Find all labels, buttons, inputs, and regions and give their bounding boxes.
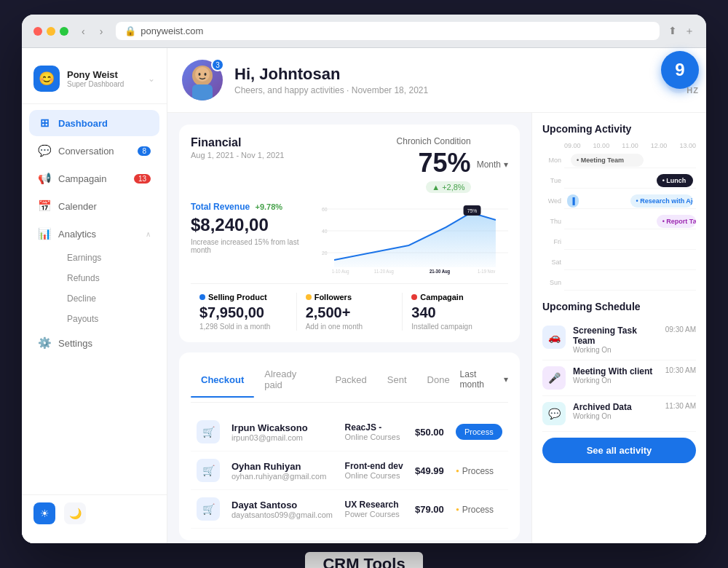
see-all-button[interactable]: See all activity (542, 438, 696, 463)
logo-number: 9 (661, 51, 699, 89)
stat-selling: Selling Product $7,950,00 1,298 Sold in … (191, 293, 297, 331)
sidebar-item-settings[interactable]: ⚙️ Settings (29, 330, 159, 356)
schedule-name-1: Meeting With client (573, 366, 658, 376)
schedule-item-2: 💬 Archived Data Working On 11:30 AM (542, 396, 696, 432)
tab-packed[interactable]: Packed (325, 370, 376, 390)
process-button[interactable]: Process (456, 424, 502, 440)
sidebar-item-decline[interactable]: Decline (58, 289, 159, 308)
sidebar-label-conversation: Conversation (58, 146, 114, 157)
revenue-sub: Increase increased 15% from last month (191, 238, 307, 254)
sidebar-label-earnings: Earnings (67, 253, 101, 263)
campaign-icon: 📢 (38, 172, 51, 185)
address-bar[interactable]: 🔒 ponyweist.com (116, 22, 660, 40)
stat-followers-label: Followers (306, 293, 394, 301)
svg-point-3 (199, 73, 201, 76)
forward-icon[interactable]: › (95, 24, 108, 39)
campaign-dot (411, 294, 417, 300)
sidebar-label-refunds: Refunds (67, 273, 100, 283)
product-name: ReacJS - (345, 422, 403, 433)
stat-selling-label: Selling Product (199, 293, 288, 301)
share-icon[interactable]: ⬆ (668, 25, 677, 38)
calendar-icon: 📅 (38, 200, 51, 213)
product-type: Online Courses (345, 433, 403, 441)
orders-period-label: Last month (460, 369, 501, 390)
dashboard-icon: ⊞ (38, 117, 51, 130)
logo-badge-area: 9 HZ (648, 51, 699, 95)
process-status: Process (456, 505, 494, 515)
sidebar-item-refunds[interactable]: Refunds (58, 269, 159, 288)
header-subtitle: Cheers, and happy activities · November … (234, 85, 654, 95)
sidebar-item-earnings[interactable]: Earnings (58, 248, 159, 267)
new-tab-icon[interactable]: ＋ (684, 25, 695, 38)
schedule-time-1: 10:30 AM (665, 366, 696, 374)
footer-title: CRM Tools (305, 552, 422, 568)
minimize-icon[interactable] (47, 27, 55, 36)
back-icon[interactable]: ‹ (77, 24, 90, 39)
sidebar-item-payouts[interactable]: Payouts (58, 309, 159, 328)
customer-avatar: 🛒 (197, 420, 220, 443)
sidebar: 😊 Pony Weist Super Dashboard ⌄ ⊞ Dashboa… (22, 48, 167, 543)
order-price: $49.99 (415, 465, 444, 476)
tab-sent[interactable]: Sent (377, 370, 417, 390)
sidebar-bottom: ☀ 🌙 (22, 494, 167, 532)
svg-text:11-20 Aug: 11-20 Aug (374, 269, 395, 275)
orders-period-select[interactable]: Last month ▾ (460, 369, 508, 390)
maximize-icon[interactable] (60, 27, 68, 36)
event-indicator: ▌ (567, 194, 579, 208)
calendar-row-mon: Mon • Meeting Team (542, 152, 696, 168)
condition-value: 75% (397, 148, 471, 178)
revenue-label: Total Revenue +9.78% (191, 202, 307, 212)
upcoming-activity-section: Upcoming Activity 09.00 10.00 11.00 12.0… (542, 123, 696, 291)
brand: 😊 Pony Weist Super Dashboard ⌄ (22, 60, 167, 104)
dark-theme-button[interactable]: 🌙 (64, 502, 86, 524)
calendar-row-thu: Thu • Report Ta... (542, 213, 696, 229)
right-panel: Upcoming Activity 09.00 10.00 11.00 12.0… (531, 113, 706, 543)
revenue-percent: +9.78% (255, 202, 282, 211)
browser-actions: ⬆ ＋ (668, 25, 695, 38)
tab-checkout[interactable]: Checkout (191, 370, 254, 390)
calendar-row-sat: Sat (542, 254, 696, 270)
up-arrow-icon: ▲ (432, 183, 440, 192)
sidebar-label-settings: Settings (58, 338, 92, 349)
brand-icon: 😊 (33, 66, 60, 92)
sidebar-label-decline: Decline (67, 293, 96, 304)
schedule-name-0: Screening Task Team (573, 326, 658, 346)
logo-hz: HZ (687, 86, 699, 95)
browser-nav: ‹ › (77, 24, 107, 39)
financial-title: Financial (191, 136, 284, 149)
nav-section: ⊞ Dashboard 💬 Conversation 8 📢 Campagain… (22, 110, 167, 494)
sidebar-label-dashboard: Dashboard (58, 118, 108, 129)
activity-calendar: 09.00 10.00 11.00 12.00 13.00 Mon (542, 142, 696, 291)
browser-chrome: ‹ › 🔒 ponyweist.com ⬆ ＋ (22, 15, 706, 48)
schedule-status-0: Working On (573, 346, 658, 354)
light-theme-button[interactable]: ☀ (33, 502, 55, 524)
svg-text:21-30 Aug: 21-30 Aug (430, 269, 450, 275)
window-controls (33, 27, 68, 36)
close-icon[interactable] (33, 27, 42, 36)
customer-email: oyhan.ruhiyan@gmail.com (232, 472, 333, 481)
tab-already-paid[interactable]: Already paid (254, 364, 325, 395)
sidebar-item-dashboard[interactable]: ⊞ Dashboard (29, 110, 159, 136)
svg-text:75%: 75% (467, 207, 478, 214)
calendar-days: Mon • Meeting Team Tue (542, 152, 696, 291)
order-price: $79.00 (415, 504, 444, 515)
orders-tabs: Checkout Already paid Packed Sent Done L… (191, 364, 508, 403)
sidebar-item-calendar[interactable]: 📅 Calender (29, 193, 159, 219)
sidebar-item-campaign[interactable]: 📢 Campagain 13 (29, 165, 159, 192)
chevron-up-icon: ∧ (146, 230, 151, 238)
settings-icon: ⚙️ (38, 336, 51, 350)
sidebar-item-analytics[interactable]: 📊 Analytics ∧ (29, 221, 159, 247)
event-research: • Research with Ajo (630, 194, 694, 208)
calendar-row-fri: Fri (542, 234, 696, 250)
sidebar-item-conversation[interactable]: 💬 Conversation 8 (29, 138, 159, 164)
left-panel: Financial Aug 1, 2021 - Nov 1, 2021 Chro… (167, 113, 531, 543)
period-select[interactable]: Month ▾ (477, 159, 508, 170)
product-type: Power Courses (345, 510, 403, 518)
analytics-sub-menu: Earnings Refunds Decline Payouts (29, 248, 159, 328)
tab-done[interactable]: Done (417, 370, 460, 390)
sidebar-label-campaign: Campagain (58, 173, 107, 184)
orders-table: 🛒 Irpun Wicaksono irpun03@gmail.com Reac… (191, 413, 508, 529)
chart-section: 60 40 20 (322, 202, 508, 275)
schedule-name-2: Archived Data (573, 402, 658, 412)
analytics-icon: 📊 (38, 227, 51, 240)
